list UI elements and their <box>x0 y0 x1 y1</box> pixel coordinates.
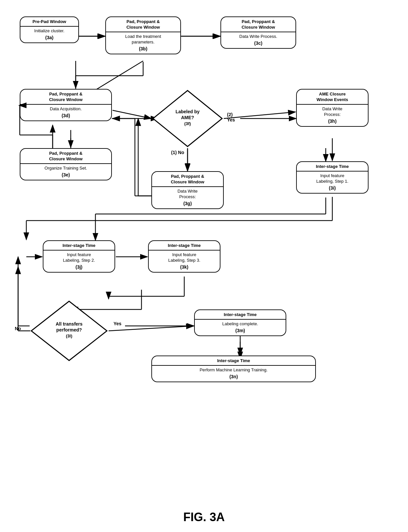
node-3j-body: Input featureLabeling, Step 2. (3j) <box>43 251 115 272</box>
node-3f-text: Labeled byAME? (3f) <box>166 109 209 127</box>
node-3e-title: Pad, Proppant &Closure Window <box>20 149 111 164</box>
svg-line-51 <box>109 326 193 331</box>
label-yes-3l: Yes <box>114 321 121 326</box>
node-3f: Labeled byAME? (3f) <box>151 89 224 148</box>
node-3j: Inter-stage Time Input featureLabeling, … <box>43 240 115 273</box>
node-3n: Inter-stage Time Perform Machine Learnin… <box>151 356 316 382</box>
node-3m: Inter-stage Time Labeling complete. (3m) <box>194 309 286 336</box>
node-3i: Inter-stage Time Input featureLabeling, … <box>296 161 369 194</box>
node-3i-body: Input featureLabeling, Step 1. (3i) <box>297 172 368 193</box>
label-no-1: (1) No <box>171 150 184 155</box>
label-no-2: No <box>15 326 21 331</box>
node-3d-title: Pad, Proppant &Closure Window <box>20 90 111 105</box>
node-3c: Pad, Proppant &Closure Window Data Write… <box>220 16 296 49</box>
svg-line-36 <box>113 110 151 119</box>
node-3n-body: Perform Machine Learning Training. (3n) <box>152 366 315 382</box>
node-3b-body: Load the treatmentparameters. (3b) <box>106 32 180 54</box>
node-3k: Inter-stage Time Input featureLabeling, … <box>148 240 220 273</box>
node-3g-body: Data WriteProcess: (3g) <box>152 187 223 208</box>
node-3g: Pad, Proppant &Closure Window Data Write… <box>151 171 224 209</box>
node-3a-title: Pre-Pad Window <box>20 17 78 27</box>
node-3k-title: Inter-stage Time <box>149 241 220 251</box>
figure-caption: FIG. 3A <box>183 510 225 524</box>
node-3g-title: Pad, Proppant &Closure Window <box>152 172 223 187</box>
node-3l-text: All transfersperformed? (3l) <box>46 321 92 339</box>
node-3k-body: Input featureLabeling, Step 3. (3k) <box>149 251 220 272</box>
node-3d: Pad, Proppant &Closure Window Data Acqui… <box>20 89 112 121</box>
node-3e: Pad, Proppant &Closure Window Organize T… <box>20 148 112 180</box>
node-3l: All transfersperformed? (3l) <box>30 300 109 362</box>
node-3j-title: Inter-stage Time <box>43 241 115 251</box>
node-3b: Pad, Proppant &Closure Window Load the t… <box>105 16 181 54</box>
node-3h-title: AME ClosureWindow Events <box>297 90 368 105</box>
node-3n-title: Inter-stage Time <box>152 356 315 366</box>
node-3h: AME ClosureWindow Events Data WriteProce… <box>296 89 369 127</box>
node-3a-body: Initialize cluster. (3a) <box>20 27 78 42</box>
node-3b-title: Pad, Proppant &Closure Window <box>106 17 180 32</box>
flowchart-diagram: Pre-Pad Window Initialize cluster. (3a) … <box>10 10 398 504</box>
label-yes-2: (2) Yes <box>227 112 235 122</box>
node-3c-title: Pad, Proppant &Closure Window <box>221 17 295 32</box>
node-3i-title: Inter-stage Time <box>297 162 368 172</box>
node-3e-body: Organize Training Set. (3e) <box>20 164 111 180</box>
node-3a: Pre-Pad Window Initialize cluster. (3a) <box>20 16 79 43</box>
node-3m-title: Inter-stage Time <box>195 310 286 320</box>
node-3d-body: Data Acquisition. (3d) <box>20 105 111 120</box>
node-3m-body: Labeling complete. (3m) <box>195 320 286 335</box>
node-3h-body: Data WriteProcess: (3h) <box>297 105 368 126</box>
node-3c-body: Data Write Process. (3c) <box>221 32 295 48</box>
